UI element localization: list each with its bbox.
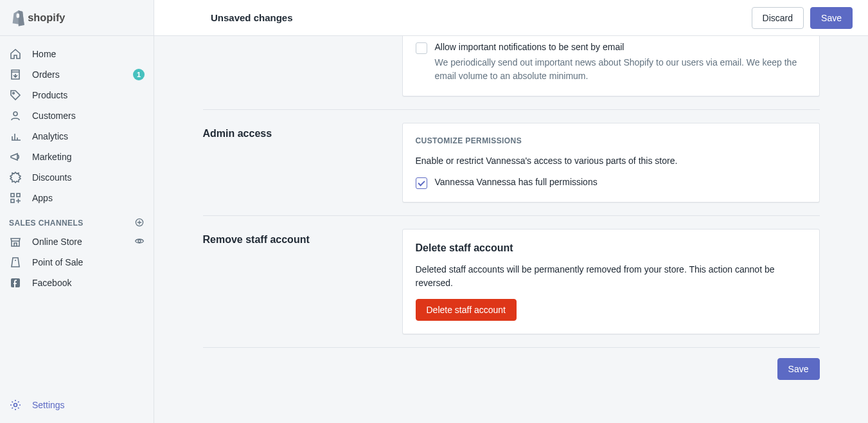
notifications-card: NOTIFICATIONS Allow important notificati… xyxy=(402,36,820,96)
sidebar-item-label: Analytics xyxy=(32,131,68,141)
svg-rect-0 xyxy=(17,13,20,17)
svg-rect-5 xyxy=(17,194,20,197)
megaphone-icon xyxy=(9,150,22,163)
sidebar-channel-pos[interactable]: Point of Sale xyxy=(0,252,154,273)
sidebar-item-label: Settings xyxy=(32,400,65,410)
sidebar-item-label: Customers xyxy=(32,111,76,121)
sidebar-item-label: Marketing xyxy=(32,152,71,162)
delete-staff-card: Delete staff account Deleted staff accou… xyxy=(402,229,820,334)
content-scroll: NOTIFICATIONS Allow important notificati… xyxy=(154,36,868,423)
section-remove-staff: Remove staff account Delete staff accoun… xyxy=(203,215,820,347)
svg-point-10 xyxy=(14,404,17,407)
bar-chart-icon xyxy=(9,130,22,143)
sidebar-item-marketing[interactable]: Marketing xyxy=(0,147,154,167)
person-icon xyxy=(9,109,22,122)
svg-point-3 xyxy=(13,112,17,116)
admin-access-desc: Enable or restrict Vannessa's access to … xyxy=(416,154,806,168)
delete-staff-button[interactable]: Delete staff account xyxy=(416,299,517,321)
save-bar: Unsaved changes Discard Save xyxy=(154,0,868,36)
admin-access-card: CUSTOMIZE PERMISSIONS Enable or restrict… xyxy=(402,123,820,203)
orders-badge: 1 xyxy=(133,69,145,80)
shopify-logo-icon: shopify xyxy=(10,8,75,28)
discount-icon xyxy=(9,171,22,184)
sidebar-item-label: Products xyxy=(32,90,67,100)
sidebar-channel-facebook[interactable]: Facebook xyxy=(0,273,154,293)
tag-icon xyxy=(9,89,22,102)
section-header-label: SALES CHANNELS xyxy=(9,219,84,228)
sidebar-item-label: Orders xyxy=(32,69,60,80)
sidebar-item-label: Facebook xyxy=(32,278,71,288)
sidebar-item-label: Apps xyxy=(32,193,53,203)
page-footer-actions: Save xyxy=(203,347,820,406)
sidebar-item-label: Home xyxy=(32,49,56,59)
primary-nav: Home Orders 1 Products Customers Analyti… xyxy=(0,36,154,301)
sidebar-channel-online-store[interactable]: Online Store xyxy=(0,231,154,252)
section-notifications: NOTIFICATIONS Allow important notificati… xyxy=(203,36,820,109)
gear-icon xyxy=(9,399,22,411)
svg-point-8 xyxy=(138,240,141,242)
pos-icon xyxy=(9,256,22,269)
sidebar-item-apps[interactable]: Apps xyxy=(0,188,154,208)
full-permissions-label: Vannessa Vannessa has full permissions xyxy=(435,177,806,187)
view-icon[interactable] xyxy=(134,236,145,248)
sales-channels-header: SALES CHANNELS xyxy=(0,208,154,231)
remove-staff-title: Remove staff account xyxy=(203,234,389,246)
admin-access-title: Admin access xyxy=(203,128,389,140)
add-channel-icon[interactable] xyxy=(134,217,145,230)
save-button[interactable]: Save xyxy=(810,7,853,29)
apps-icon xyxy=(9,192,22,204)
save-button-bottom[interactable]: Save xyxy=(777,358,820,380)
savebar-title: Unsaved changes xyxy=(211,12,752,23)
email-notifications-help: We periodically send out important news … xyxy=(435,56,806,83)
sidebar-item-settings[interactable]: Settings xyxy=(0,395,154,415)
svg-text:shopify: shopify xyxy=(28,12,66,23)
sidebar: shopify Home Orders 1 Products Customers… xyxy=(0,0,154,423)
sidebar-item-home[interactable]: Home xyxy=(0,44,154,64)
sidebar-item-customers[interactable]: Customers xyxy=(0,105,154,126)
delete-staff-desc: Deleted staff accounts will be permanent… xyxy=(416,263,806,290)
full-permissions-checkbox[interactable] xyxy=(416,177,427,189)
svg-point-2 xyxy=(13,93,15,94)
delete-staff-card-title: Delete staff account xyxy=(416,242,806,254)
main: Unsaved changes Discard Save NOTIFICATIO… xyxy=(154,0,868,423)
store-icon xyxy=(9,235,22,248)
svg-rect-6 xyxy=(11,199,14,203)
section-admin-access: Admin access CUSTOMIZE PERMISSIONS Enabl… xyxy=(203,109,820,215)
logo[interactable]: shopify xyxy=(0,0,154,36)
facebook-icon xyxy=(9,276,22,289)
sidebar-item-discounts[interactable]: Discounts xyxy=(0,167,154,188)
sidebar-item-orders[interactable]: Orders 1 xyxy=(0,64,154,85)
svg-rect-4 xyxy=(11,194,14,197)
customize-permissions-heading: CUSTOMIZE PERMISSIONS xyxy=(416,136,806,145)
sidebar-item-analytics[interactable]: Analytics xyxy=(0,126,154,147)
sidebar-item-label: Discounts xyxy=(32,172,71,183)
sidebar-footer: Settings xyxy=(0,395,154,423)
email-notifications-checkbox[interactable] xyxy=(416,42,427,54)
sidebar-item-label: Online Store xyxy=(32,237,82,247)
home-icon xyxy=(9,48,22,60)
orders-icon xyxy=(9,68,22,81)
email-notifications-label: Allow important notifications to be sent… xyxy=(435,42,806,52)
sidebar-item-products[interactable]: Products xyxy=(0,85,154,105)
sidebar-item-label: Point of Sale xyxy=(32,257,83,267)
discard-button[interactable]: Discard xyxy=(752,7,804,29)
